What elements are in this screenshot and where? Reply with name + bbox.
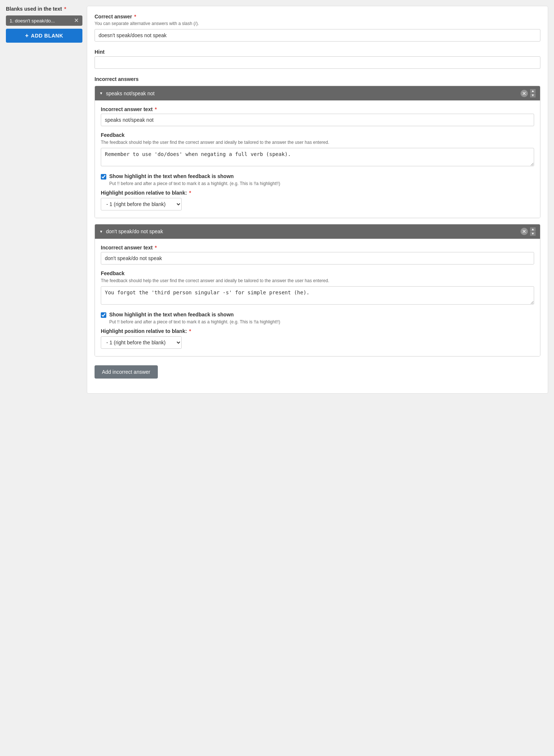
highlight-pos-select-0[interactable]: - 1 (right before the blank) 0 (at the b…: [101, 198, 182, 210]
incorrect-answers-section: Incorrect answers ▼ speaks not/speak not…: [95, 76, 540, 379]
answer-header-left-0: ▼ speaks not/speak not: [99, 90, 155, 96]
answer-header-label-1: don't speak/do not speak: [106, 228, 163, 234]
answer-updown-1: ▲ ▼: [530, 227, 536, 236]
highlight-pos-label-text-0: Highlight position relative to blank:: [101, 190, 187, 196]
highlight-checkbox-row-0: Show highlight in the text when feedback…: [101, 173, 534, 180]
collapse-icon-0[interactable]: ▼: [99, 91, 103, 95]
correct-answer-label: Correct answer *: [95, 14, 540, 19]
hint-section: Hint: [95, 49, 540, 69]
answer-close-0[interactable]: ✕: [521, 90, 528, 97]
incorrect-text-label-1: Incorrect answer text *: [101, 245, 534, 251]
required-star-pos-1: *: [189, 328, 191, 334]
incorrect-text-label-0: Incorrect answer text *: [101, 106, 534, 112]
incorrect-text-field-1: Incorrect answer text *: [101, 245, 534, 265]
required-star-title: *: [64, 6, 66, 12]
highlight-checkbox-hint-0: Put !! before and after a piece of text …: [109, 181, 534, 186]
answer-body-0: Incorrect answer text * Feedback The fee…: [95, 100, 540, 218]
answer-down-1[interactable]: ▼: [530, 232, 536, 236]
add-incorrect-answer-button[interactable]: Add incorrect answer: [95, 365, 158, 379]
highlight-checkbox-0[interactable]: [101, 174, 106, 180]
required-star-inc-1: *: [155, 245, 157, 251]
feedback-hint-1: The feedback should help the user find t…: [101, 278, 534, 284]
required-star-pos-0: *: [189, 190, 191, 196]
page-wrapper: Blanks used in the text * 1. doesn't spe…: [0, 0, 554, 400]
blanks-title-text: Blanks used in the text: [6, 6, 62, 12]
answer-header-0: ▼ speaks not/speak not ✕ ▲ ▼: [95, 86, 540, 100]
answer-header-1: ▼ don't speak/do not speak ✕ ▲ ▼: [95, 224, 540, 239]
hint-input[interactable]: [95, 56, 540, 69]
answer-down-0[interactable]: ▼: [530, 93, 536, 97]
add-blank-label: ADD BLANK: [31, 33, 63, 39]
feedback-label-0: Feedback: [101, 132, 534, 138]
incorrect-answer-block-1: ▼ don't speak/do not speak ✕ ▲ ▼: [95, 224, 540, 356]
highlight-checkbox-label-1: Show highlight in the text when feedback…: [109, 312, 234, 317]
blank-tag-label: 1. doesn't speak/do...: [10, 18, 55, 24]
incorrect-answers-title: Incorrect answers: [95, 76, 540, 82]
left-panel: Blanks used in the text * 1. doesn't spe…: [6, 6, 87, 394]
highlight-pos-select-1[interactable]: - 1 (right before the blank) 0 (at the b…: [101, 336, 182, 349]
blank-tag-close-icon[interactable]: ✕: [74, 18, 79, 24]
incorrect-text-field-0: Incorrect answer text *: [101, 106, 534, 126]
correct-answer-input[interactable]: [95, 29, 540, 42]
hint-label: Hint: [95, 49, 540, 55]
answer-close-1[interactable]: ✕: [521, 228, 528, 235]
answer-updown-0: ▲ ▼: [530, 89, 536, 97]
highlight-pos-label-0: Highlight position relative to blank: *: [101, 190, 534, 196]
feedback-textarea-0[interactable]: [101, 148, 534, 166]
highlight-pos-row-0: Highlight position relative to blank: * …: [101, 190, 534, 210]
feedback-field-0: Feedback The feedback should help the us…: [101, 132, 534, 167]
right-panel: Correct answer * You can separate altern…: [87, 6, 548, 394]
answer-header-left-1: ▼ don't speak/do not speak: [99, 228, 163, 234]
answer-header-right-0: ✕ ▲ ▼: [521, 89, 536, 97]
highlight-pos-label-1: Highlight position relative to blank: *: [101, 328, 534, 334]
answer-header-right-1: ✕ ▲ ▼: [521, 227, 536, 236]
highlight-checkbox-label-0: Show highlight in the text when feedback…: [109, 173, 234, 179]
collapse-icon-1[interactable]: ▼: [99, 230, 103, 234]
blank-tag-1: 1. doesn't speak/do... ✕: [6, 15, 82, 26]
required-star-correct: *: [134, 14, 136, 19]
incorrect-answer-block-0: ▼ speaks not/speak not ✕ ▲ ▼ Inco: [95, 86, 540, 218]
incorrect-text-label-text-1: Incorrect answer text: [101, 245, 153, 251]
correct-answer-hint: You can separate alternative answers wit…: [95, 21, 540, 26]
feedback-textarea-1[interactable]: [101, 286, 534, 305]
add-blank-button[interactable]: + ADD BLANK: [6, 29, 82, 43]
blanks-title: Blanks used in the text *: [6, 6, 82, 12]
feedback-label-1: Feedback: [101, 270, 534, 276]
answer-up-1[interactable]: ▲: [530, 227, 536, 231]
incorrect-text-input-0[interactable]: [101, 114, 534, 126]
highlight-checkbox-1[interactable]: [101, 312, 106, 318]
highlight-pos-label-text-1: Highlight position relative to blank:: [101, 328, 187, 334]
correct-answer-label-text: Correct answer: [95, 14, 132, 19]
highlight-pos-row-1: Highlight position relative to blank: * …: [101, 328, 534, 349]
add-incorrect-answer-label: Add incorrect answer: [102, 369, 150, 375]
incorrect-text-label-text-0: Incorrect answer text: [101, 106, 153, 112]
answer-body-1: Incorrect answer text * Feedback The fee…: [95, 239, 540, 356]
feedback-field-1: Feedback The feedback should help the us…: [101, 270, 534, 306]
highlight-checkbox-hint-1: Put !! before and after a piece of text …: [109, 319, 534, 324]
answer-header-label-0: speaks not/speak not: [106, 90, 155, 96]
highlight-checkbox-row-1: Show highlight in the text when feedback…: [101, 312, 534, 318]
feedback-hint-0: The feedback should help the user find t…: [101, 139, 534, 146]
answer-up-0[interactable]: ▲: [530, 89, 536, 93]
required-star-inc-0: *: [155, 106, 157, 112]
correct-answer-section: Correct answer * You can separate altern…: [95, 14, 540, 42]
incorrect-text-input-1[interactable]: [101, 252, 534, 265]
plus-icon: +: [25, 32, 29, 39]
